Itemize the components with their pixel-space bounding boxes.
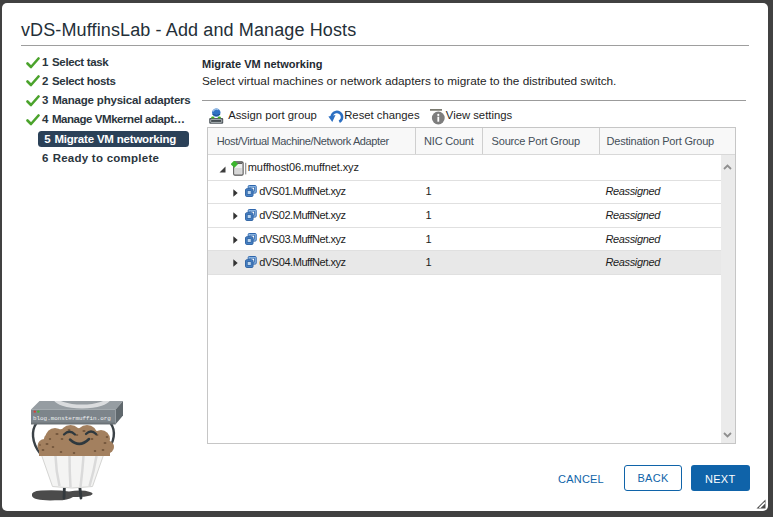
svg-text:blog.monstermuffin.org: blog.monstermuffin.org: [33, 415, 111, 422]
